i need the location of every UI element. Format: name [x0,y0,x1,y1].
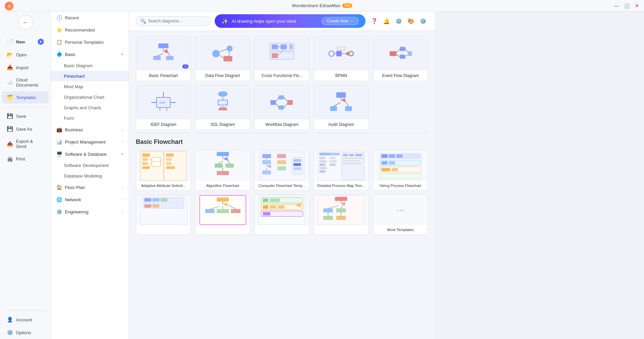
svg-point-25 [350,52,353,55]
notification-icon[interactable]: 🔔 [382,17,391,26]
template-label-computer: Computer Flowchart Temp... [255,181,309,190]
svg-rect-171 [336,208,346,212]
template-label-t8 [255,225,309,232]
more-templates-card[interactable]: ··· More Templates [373,194,428,234]
svg-rect-164 [278,205,285,209]
svg-rect-127 [380,174,421,178]
diagram-card-workflow[interactable]: Workflow Diagram [254,85,309,130]
svg-rect-54 [279,106,284,110]
sidebar-item-open[interactable]: 📂 Open [2,49,49,61]
nav-sub-software-dev[interactable]: Software Development [51,160,129,171]
nav-category-software[interactable]: 🖥️ Software & Database ▾ [51,148,129,160]
template-label-t7 [195,225,250,232]
user-avatar[interactable]: U [5,2,14,11]
diagram-card-event-flow[interactable]: Event Flow Diagram [373,36,428,81]
svg-rect-18 [289,44,293,49]
diagram-card-data-flow[interactable]: Data Flow Diagram [195,36,250,81]
template-card-adaptive[interactable]: Adaptive Attribute Selecti... [136,150,191,190]
template-img-computer [255,151,309,181]
close-button[interactable]: ✕ [632,1,641,10]
nav-category-engineering[interactable]: ⚙️ Engineering › [51,206,129,218]
section-title-basic-flowchart: Basic Flowchart [136,138,428,146]
nav-sub-graphs[interactable]: Graphs and Charts [51,102,129,113]
nav-sub-basic-diagram[interactable]: Basic Diagram [51,60,129,71]
diagram-card-cross-functional[interactable]: Cross Functional Flo... [254,36,309,81]
svg-rect-114 [329,160,337,163]
nav-item-recommended[interactable]: ⭐ Recommended [51,24,129,36]
title-bar: U Wondershare EdrawMax Pro — ⬜ ✕ [0,0,644,12]
diagram-card-idef[interactable]: IDEF IDEF Diagram [136,85,191,130]
svg-rect-78 [166,158,172,161]
template-card-t7[interactable] [195,194,250,234]
window-controls: — ⬜ ✕ [612,0,641,12]
sidebar-item-options[interactable]: ⚙️ Options [2,326,49,339]
nav-sub-flowchart[interactable]: Flowchart [51,71,129,81]
diagram-card-basic-flowchart[interactable]: AI Basic Flowchart [136,36,191,81]
template-card-computer[interactable]: Computer Flowchart Temp... [254,150,309,190]
nav-sub-mind-map[interactable]: Mind Map [51,81,129,92]
sidebar-item-account[interactable]: 👤 Account [2,314,49,326]
ai-banner-text: AI drawing helps open your mind [232,19,296,24]
template-label-adaptive: Adaptive Attribute Selecti... [136,181,191,190]
sidebar-item-import[interactable]: 📥 Import [2,61,49,74]
search-box: 🔍 [136,16,211,26]
template-card-algorithm[interactable]: Algorithm Flowchart [195,150,250,190]
sidebar-item-save-as[interactable]: 💾 Save As [2,123,49,135]
svg-rect-109 [319,164,325,166]
theme-icon[interactable]: 🎨 [406,17,416,26]
sidebar-item-export[interactable]: 📤 Export & Send [2,136,49,152]
more-icon[interactable]: ⚙️ [418,17,428,26]
svg-line-57 [276,103,279,107]
sidebar-item-new[interactable]: 📄 New + [2,36,49,48]
maximize-button[interactable]: ⬜ [622,1,631,10]
nav-category-floor-plan[interactable]: 🏠 Floor Plan › [51,181,129,193]
diagram-card-img-data-flow [195,37,250,71]
svg-rect-33 [400,55,405,59]
nav-category-business[interactable]: 💼 Business › [51,124,129,136]
diagram-card-audit[interactable]: Audit Diagram [314,85,369,130]
settings-icon[interactable]: ⚙️ [394,17,404,26]
sidebar-label-save: Save [16,114,26,119]
help-icon[interactable]: ❓ [370,17,379,26]
sidebar-item-print[interactable]: 🖨️ Print [2,153,49,165]
nav-category-network[interactable]: 🌐 Network › [51,193,129,206]
search-input[interactable] [148,19,199,23]
template-card-hiring[interactable]: Hiring Process Flowchart [373,150,428,190]
nav-label-business: Business [65,127,83,132]
diagram-card-bpmn[interactable]: BPMN [314,36,369,81]
sidebar-item-templates[interactable]: 🗂️ Templates [2,91,49,103]
create-now-button[interactable]: Create Now → [322,17,359,25]
diagram-card-sdl[interactable]: SDL Diagram [195,85,250,130]
nav-category-basic[interactable]: 🔷 Basic ▾ [51,48,129,60]
app-name: Wondershare EdrawMax [292,3,340,8]
template-card-detailed[interactable]: Detailed Process Map Tem... [314,150,369,190]
sidebar-item-save[interactable]: 💾 Save [2,110,49,122]
sidebar-item-cloud[interactable]: ☁️ Cloud Documents [2,74,49,91]
nav-item-recent[interactable]: 🕐 Recent [51,12,129,24]
template-img-adaptive [136,151,191,181]
search-icon: 🔍 [140,18,146,24]
minimize-button[interactable]: — [612,1,621,10]
svg-rect-60 [336,92,346,98]
template-card-t6[interactable] [136,194,191,234]
nav-sub-database[interactable]: Database Modeling [51,171,129,181]
template-img-t7 [195,195,250,225]
nav-category-project[interactable]: 📊 Project Management › [51,136,129,148]
template-card-t8[interactable] [254,194,309,234]
nav-item-personal[interactable]: 📋 Personal Templates [51,36,129,48]
nav-sub-org-chart[interactable]: Organizational Chart [51,92,129,102]
svg-rect-150 [217,209,229,213]
svg-rect-81 [217,152,229,156]
sidebar-divider-1 [3,107,47,107]
back-button[interactable]: ← [18,15,33,30]
svg-rect-106 [319,153,329,155]
recommended-icon: ⭐ [56,27,62,33]
topbar: 🔍 ✨ AI drawing helps open your mind Crea… [129,12,435,31]
import-icon: 📥 [7,64,13,71]
basic-chevron: ▾ [121,52,123,57]
svg-rect-100 [277,166,286,170]
svg-rect-151 [231,209,240,213]
sidebar-label-account: Account [16,317,32,322]
nav-sub-form[interactable]: Form [51,113,129,124]
template-card-t9[interactable] [314,194,369,234]
